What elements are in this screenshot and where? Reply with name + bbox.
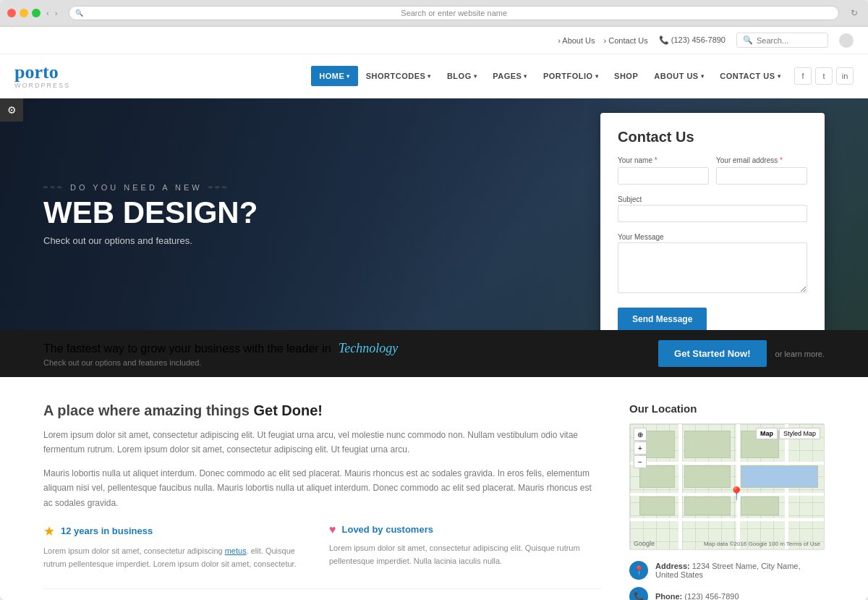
features-section: ★ 12 years in business Lorem ipsum dolor… <box>43 523 600 570</box>
map-block <box>684 431 731 458</box>
get-started-button[interactable]: Get Started Now! <box>658 340 766 367</box>
map-btn-styled[interactable]: Styled Map <box>779 428 820 439</box>
form-row-name-email: Your name * Your email address * <box>618 156 807 185</box>
social-icons: f t in <box>794 67 854 85</box>
contact-form-title: Contact Us <box>618 129 807 145</box>
google-logo: Google <box>634 540 655 547</box>
phone-icon: 📞 <box>629 587 648 600</box>
map-block <box>684 497 731 515</box>
nav-item-shop[interactable]: SHOP <box>606 66 646 86</box>
url-bar[interactable]: Search or enter website name <box>69 6 839 20</box>
section-title: A place where amazing things Get Done! <box>43 402 600 419</box>
main-left: A place where amazing things Get Done! L… <box>43 402 600 600</box>
message-label: Your Message <box>618 233 664 241</box>
top-bar: About Us Contact Us 📞 (123) 456-7890 🔍 <box>0 27 868 54</box>
heart-icon: ♥ <box>329 523 336 536</box>
map-controls[interactable]: ⊕ + − <box>634 428 647 468</box>
send-message-button[interactable]: Send Message <box>618 308 707 330</box>
map-grid: 📍 ⊕ + − Map Styled Map Google <box>630 424 824 549</box>
feature-customers-title: Loved by customers <box>342 524 433 535</box>
topbar-phone: 📞 (123) 456-7890 <box>659 35 726 45</box>
nav-item-shortcodes[interactable]: SHORTCODES ▾ <box>358 66 439 86</box>
map-block <box>684 465 731 488</box>
map-block-blue <box>741 465 818 488</box>
form-group-message: Your Message <box>618 229 807 296</box>
nav-item-contact[interactable]: CONTACT US ▾ <box>712 66 788 86</box>
subject-input[interactable] <box>618 205 807 222</box>
location-map: 📍 ⊕ + − Map Styled Map Google <box>629 423 825 550</box>
nav-item-pages[interactable]: PAGES ▾ <box>485 66 535 86</box>
contact-phone-item: 📞 Phone: (123) 456-7890 <box>629 587 825 600</box>
cta-main-text: The fastest way to grow your business wi… <box>43 341 398 356</box>
main-para2: Mauris lobortis nulla ut aliquet interdu… <box>43 466 600 510</box>
map-footer: Google Map data ©2016 Google 100 m Terms… <box>634 540 820 547</box>
main-para1: Lorem ipsum dolor sit amet, consectetur … <box>43 428 600 457</box>
contact-us-link[interactable]: Contact Us <box>604 36 648 45</box>
feature-customers-text: Lorem ipsum dolor sit amet, consectetur … <box>329 542 600 567</box>
subject-label: Subject <box>618 195 642 203</box>
facebook-icon[interactable]: f <box>794 67 812 85</box>
feature-years-header: ★ 12 years in business <box>43 523 315 539</box>
cta-bar: The fastest way to grow your business wi… <box>0 330 868 377</box>
nav-item-portfolio[interactable]: PORTFOLIO ▾ <box>535 66 606 86</box>
map-road <box>630 462 824 465</box>
refresh-button[interactable]: ↻ <box>851 8 861 18</box>
search-input[interactable] <box>757 36 822 45</box>
back-button[interactable]: ‹ <box>46 9 49 17</box>
chevron-down-icon: ▾ <box>778 73 781 80</box>
map-compass[interactable]: ⊕ <box>634 428 647 441</box>
chevron-down-icon: ▾ <box>524 73 527 80</box>
chevron-down-icon: ▾ <box>595 73 599 80</box>
star-icon: ★ <box>43 523 55 539</box>
main-nav: HOME ▾ SHORTCODES ▾ BLOG ▾ PAGES ▾ PORTF… <box>311 66 854 86</box>
cta-text-block: The fastest way to grow your business wi… <box>43 341 398 367</box>
feature-customers-header: ♥ Loved by customers <box>329 523 600 536</box>
map-block <box>639 497 674 515</box>
map-block <box>741 497 780 515</box>
learn-more-text: or learn more. <box>775 350 825 358</box>
browser-dots <box>7 9 41 17</box>
nav-item-about[interactable]: ABOUT US ▾ <box>646 66 712 86</box>
topbar-search[interactable]: 🔍 <box>736 33 828 48</box>
metus-link[interactable]: metus <box>225 546 247 555</box>
search-icon: 🔍 <box>743 35 753 45</box>
email-label: Your email address * <box>716 156 807 164</box>
map-pin: 📍 <box>728 486 744 502</box>
map-road <box>630 518 824 521</box>
feature-years-title: 12 years in business <box>61 525 153 536</box>
message-textarea[interactable] <box>618 242 807 293</box>
browser-chrome: ‹ › Search or enter website name ↻ <box>0 0 868 27</box>
cta-sub-text: Check out our options and features inclu… <box>43 358 398 367</box>
nav-item-home[interactable]: HOME ▾ <box>311 66 358 86</box>
chevron-down-icon: ▾ <box>701 73 705 80</box>
map-metadata: Map data ©2016 Google 100 m Terms of Use <box>704 541 820 547</box>
form-group-email: Your email address * <box>716 156 807 185</box>
close-dot[interactable] <box>7 9 16 17</box>
maximize-dot[interactable] <box>32 9 41 17</box>
map-zoom-out[interactable]: − <box>634 455 647 468</box>
form-group-name: Your name * <box>618 156 709 185</box>
linkedin-icon[interactable]: in <box>836 67 854 85</box>
map-zoom-in[interactable]: + <box>634 441 647 455</box>
contact-address-item: 📍 Address: 1234 Street Name, City Name, … <box>629 561 825 580</box>
map-block <box>639 465 674 488</box>
main-content: A place where amazing things Get Done! L… <box>0 377 868 600</box>
website: About Us Contact Us 📞 (123) 456-7890 🔍 p… <box>0 27 868 600</box>
map-btn-map[interactable]: Map <box>756 428 778 439</box>
logo-text[interactable]: porto <box>14 63 59 82</box>
contact-form: Contact Us Your name * Your email addres… <box>600 113 825 330</box>
location-icon: 📍 <box>629 561 648 580</box>
logo: porto wordpress <box>14 63 70 89</box>
minimize-dot[interactable] <box>20 9 28 17</box>
email-input[interactable] <box>716 167 807 185</box>
nav-item-blog[interactable]: BLOG ▾ <box>439 66 485 86</box>
header: porto wordpress HOME ▾ SHORTCODES ▾ BLOG… <box>0 54 868 98</box>
twitter-icon[interactable]: t <box>815 67 833 85</box>
about-us-link[interactable]: About Us <box>558 36 595 45</box>
map-road <box>630 493 824 496</box>
forward-button[interactable]: › <box>55 9 58 17</box>
name-input[interactable] <box>618 167 709 185</box>
chevron-down-icon: ▾ <box>346 73 350 80</box>
chevron-down-icon: ▾ <box>427 73 431 80</box>
share-button[interactable]: ⚙ <box>0 98 23 122</box>
